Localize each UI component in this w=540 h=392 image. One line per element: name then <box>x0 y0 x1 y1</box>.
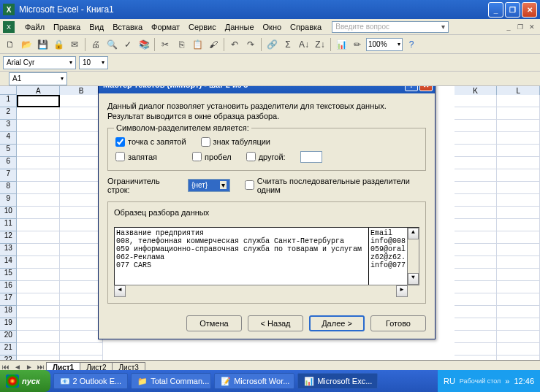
other-delimiter-input[interactable] <box>300 151 322 163</box>
doc-close-icon[interactable]: ✕ <box>527 22 537 32</box>
cell[interactable] <box>60 281 103 293</box>
row-header[interactable]: 9 <box>0 194 17 207</box>
excel-doc-icon[interactable]: X <box>3 21 15 33</box>
cell[interactable] <box>497 169 540 182</box>
next-button[interactable]: Далее > <box>309 315 365 331</box>
finish-button[interactable]: Готово <box>370 315 426 331</box>
cell[interactable] <box>497 356 540 360</box>
print-icon[interactable]: 🖨 <box>88 37 103 52</box>
tab-checkbox[interactable]: знак табуляции <box>201 137 270 147</box>
cell[interactable] <box>60 194 103 207</box>
start-button[interactable]: пуск <box>0 370 50 392</box>
cell[interactable] <box>455 145 498 157</box>
row-header[interactable]: 17 <box>0 293 17 306</box>
cell[interactable] <box>497 182 540 194</box>
close-button[interactable]: ✕ <box>522 2 537 18</box>
menu-view[interactable]: Вид <box>85 21 108 33</box>
cell[interactable] <box>60 107 103 120</box>
help-question-box[interactable]: Введите вопрос <box>332 21 449 33</box>
row-header[interactable]: 16 <box>0 281 17 293</box>
cell[interactable] <box>497 219 540 231</box>
cell[interactable] <box>17 269 60 281</box>
cell[interactable] <box>17 244 60 256</box>
row-header[interactable]: 3 <box>0 120 17 132</box>
menu-insert[interactable]: Вставка <box>108 21 147 33</box>
cell[interactable] <box>497 95 540 107</box>
cell[interactable] <box>455 269 498 281</box>
cell[interactable] <box>60 231 103 244</box>
cell[interactable] <box>60 306 103 318</box>
taskbar-item-totalcmd[interactable]: 📁 Total Comman... <box>131 373 211 389</box>
cell[interactable] <box>60 269 103 281</box>
menu-edit[interactable]: Правка <box>49 21 85 33</box>
row-header[interactable]: 21 <box>0 343 17 356</box>
row-header[interactable]: 4 <box>0 132 17 145</box>
taskbar-item-word[interactable]: 📝 Microsoft Wor... <box>214 373 294 389</box>
system-tray[interactable]: RU Рабочий стол » 12:46 <box>438 370 540 392</box>
cell[interactable] <box>455 157 498 169</box>
cell[interactable] <box>455 95 498 107</box>
cell[interactable] <box>60 331 103 343</box>
col-header[interactable]: L <box>497 86 540 95</box>
menu-format[interactable]: Формат <box>147 21 184 33</box>
cell[interactable] <box>455 120 498 132</box>
permission-icon[interactable]: 🔒 <box>51 37 66 52</box>
col-header[interactable]: K <box>455 86 498 95</box>
cell[interactable] <box>17 219 60 231</box>
cell[interactable] <box>497 281 540 293</box>
cell[interactable] <box>497 231 540 244</box>
row-header[interactable]: 8 <box>0 182 17 194</box>
cell[interactable] <box>455 306 498 318</box>
cell[interactable] <box>17 231 60 244</box>
cell[interactable] <box>455 318 498 331</box>
scroll-right-icon[interactable]: ► <box>396 285 408 297</box>
cell[interactable] <box>17 331 60 343</box>
cell[interactable] <box>17 293 60 306</box>
research-icon[interactable]: 📚 <box>137 37 151 52</box>
cell[interactable] <box>497 318 540 331</box>
cell[interactable] <box>17 182 60 194</box>
cell[interactable] <box>455 256 498 269</box>
chart-icon[interactable]: 📊 <box>334 37 349 52</box>
row-header[interactable]: 14 <box>0 256 17 269</box>
drawing-icon[interactable]: ✏ <box>350 37 365 52</box>
menu-window[interactable]: Окно <box>259 21 286 33</box>
cell[interactable] <box>17 157 60 169</box>
cell[interactable] <box>60 145 103 157</box>
text-qualifier-select[interactable]: {нет} <box>188 179 230 192</box>
restore-button[interactable]: ❐ <box>505 2 520 18</box>
cell[interactable] <box>60 132 103 145</box>
cell[interactable] <box>497 269 540 281</box>
comma-checkbox[interactable]: запятая <box>115 151 157 163</box>
spell-icon[interactable]: ✓ <box>121 37 135 52</box>
font-size-select[interactable]: 10 <box>79 56 108 69</box>
copy-icon[interactable]: ⎘ <box>174 37 189 52</box>
cell[interactable] <box>497 244 540 256</box>
cell[interactable] <box>455 169 498 182</box>
cell[interactable] <box>497 256 540 269</box>
name-box[interactable]: A1 <box>9 72 67 85</box>
format-painter-icon[interactable]: 🖌 <box>206 37 221 52</box>
cell[interactable] <box>17 120 60 132</box>
dialog-help-button[interactable]: ? <box>405 86 418 91</box>
doc-restore-icon[interactable]: ❐ <box>515 22 525 32</box>
clock[interactable]: 12:46 <box>514 377 534 385</box>
row-header[interactable]: 11 <box>0 219 17 231</box>
menu-help[interactable]: Справка <box>286 21 326 33</box>
cell[interactable] <box>497 343 540 356</box>
cell[interactable] <box>60 244 103 256</box>
back-button[interactable]: < Назад <box>248 315 303 331</box>
menu-data[interactable]: Данные <box>221 21 259 33</box>
other-checkbox[interactable]: другой: <box>246 151 286 163</box>
cell[interactable] <box>455 107 498 120</box>
spreadsheet-grid[interactable]: A B C K L 123456789101112131415161718192… <box>0 86 540 360</box>
cell[interactable] <box>17 95 60 107</box>
cell[interactable] <box>455 194 498 207</box>
cell[interactable] <box>17 107 60 120</box>
cell[interactable] <box>60 169 103 182</box>
cell[interactable] <box>17 356 60 360</box>
cell[interactable] <box>17 145 60 157</box>
cell[interactable] <box>60 356 103 360</box>
mail-icon[interactable]: ✉ <box>67 37 82 52</box>
cell[interactable] <box>455 219 498 231</box>
